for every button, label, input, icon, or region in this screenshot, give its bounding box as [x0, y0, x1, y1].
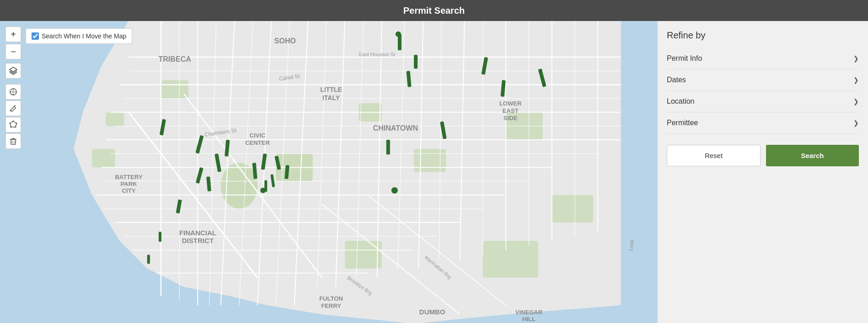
svg-text:CIVIC: CIVIC [250, 132, 266, 139]
chevron-right-icon: ❯ [853, 119, 859, 127]
zoom-in-button[interactable]: + [5, 26, 21, 42]
svg-text:DISTRICT: DISTRICT [182, 237, 214, 244]
svg-point-108 [396, 32, 401, 37]
svg-point-109 [260, 188, 266, 193]
trash-icon [9, 137, 17, 145]
svg-rect-11 [483, 241, 538, 277]
svg-text:CENTER: CENTER [245, 139, 270, 146]
filter-permit-info-label: Permit Info [667, 54, 702, 63]
svg-rect-106 [159, 232, 161, 242]
svg-point-124 [11, 127, 12, 128]
svg-text:LITTLE: LITTLE [320, 86, 342, 93]
filter-location-label: Location [667, 97, 695, 106]
layers-button[interactable] [5, 63, 21, 79]
svg-rect-15 [552, 195, 594, 222]
page-title: Permit Search [403, 5, 465, 16]
svg-text:CHINATOWN: CHINATOWN [373, 124, 418, 132]
svg-point-122 [16, 123, 17, 124]
reset-button[interactable]: Reset [667, 145, 761, 166]
refine-by-title: Refine by [667, 30, 859, 41]
svg-text:SOHO: SOHO [274, 37, 296, 45]
svg-rect-126 [11, 139, 16, 144]
search-when-move-label: Search When I Move the Map [42, 32, 126, 40]
right-panel: Refine by Permit Info ❯ Dates ❯ Location… [658, 21, 868, 323]
search-when-move-checkbox[interactable]: Search When I Move the Map [26, 28, 132, 44]
polygon-button[interactable] [5, 117, 21, 132]
draw-button[interactable] [5, 101, 21, 116]
svg-text:ITALY: ITALY [322, 94, 340, 101]
svg-line-118 [14, 105, 16, 106]
svg-point-125 [10, 123, 11, 124]
svg-rect-12 [345, 241, 381, 268]
chevron-right-icon: ❯ [853, 76, 859, 84]
svg-rect-92 [386, 140, 390, 154]
pencil-icon [9, 104, 17, 112]
map-container[interactable]: SOHO TRIBECA LITTLE ITALY CHINATOWN CIVI… [0, 21, 658, 323]
svg-text:VINEGAR: VINEGAR [515, 309, 543, 316]
svg-text:DUMBO: DUMBO [419, 308, 445, 316]
svg-text:HILL: HILL [522, 316, 536, 323]
svg-text:Mary: Mary [629, 240, 635, 251]
zoom-out-button[interactable]: − [5, 44, 21, 59]
filter-permittee-label: Permittee [667, 119, 698, 127]
svg-text:PARK: PARK [121, 180, 138, 187]
svg-point-113 [12, 91, 14, 93]
svg-text:SIDE: SIDE [504, 115, 518, 122]
svg-marker-120 [10, 121, 16, 127]
filter-location[interactable]: Location ❯ [667, 91, 859, 112]
search-when-move-input[interactable] [32, 32, 39, 40]
svg-text:FINANCIAL: FINANCIAL [179, 229, 216, 237]
map-controls: + − [5, 26, 21, 149]
search-button[interactable]: Search [766, 145, 859, 166]
layers-icon [9, 66, 18, 75]
svg-marker-111 [10, 67, 17, 72]
svg-rect-107 [147, 255, 150, 264]
svg-rect-89 [414, 55, 418, 69]
chevron-right-icon: ❯ [853, 55, 859, 62]
svg-rect-7 [161, 80, 188, 98]
svg-rect-13 [92, 149, 115, 167]
button-row: Reset Search [667, 145, 859, 166]
svg-text:EAST: EAST [503, 107, 519, 114]
svg-text:LOWER: LOWER [499, 100, 522, 107]
filter-dates[interactable]: Dates ❯ [667, 69, 859, 91]
svg-text:FERRY: FERRY [321, 302, 341, 309]
page-header: Permit Search [0, 0, 868, 21]
svg-text:BATTERY: BATTERY [115, 174, 143, 180]
svg-text:CITY: CITY [122, 187, 136, 194]
svg-text:East Houston St: East Houston St [359, 52, 396, 57]
svg-point-123 [15, 127, 16, 128]
svg-rect-9 [414, 149, 446, 172]
svg-text:TRIBECA: TRIBECA [158, 55, 191, 63]
compass-button[interactable] [5, 84, 21, 100]
svg-line-119 [10, 110, 11, 111]
map-svg: SOHO TRIBECA LITTLE ITALY CHINATOWN CIVI… [0, 21, 658, 323]
compass-icon [9, 88, 17, 96]
filter-permit-info[interactable]: Permit Info ❯ [667, 48, 859, 69]
chevron-right-icon: ❯ [853, 98, 859, 105]
svg-rect-14 [106, 112, 124, 126]
filter-dates-label: Dates [667, 76, 686, 84]
svg-point-110 [391, 187, 398, 194]
filter-permittee[interactable]: Permittee ❯ [667, 112, 859, 134]
polygon-icon [9, 121, 17, 129]
svg-text:FULTON: FULTON [319, 295, 343, 302]
delete-button[interactable] [5, 133, 21, 149]
main-content: SOHO TRIBECA LITTLE ITALY CHINATOWN CIVI… [0, 21, 868, 323]
